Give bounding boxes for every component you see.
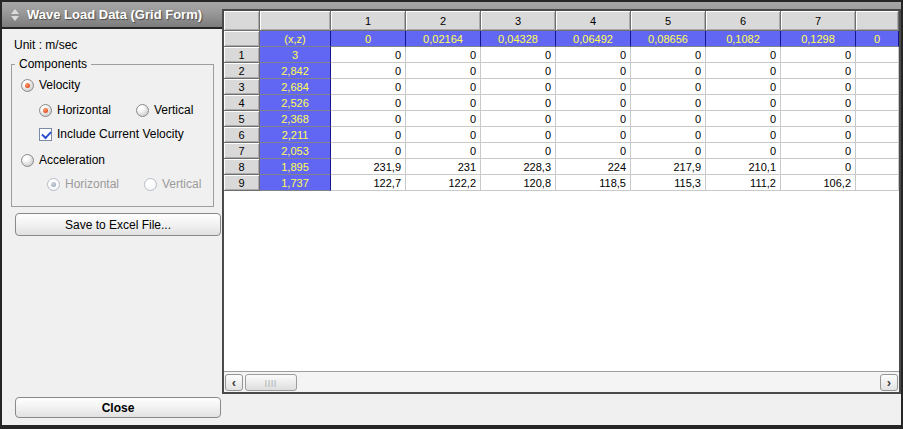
data-cell-partial[interactable] — [856, 143, 899, 159]
data-cell[interactable]: 0 — [331, 79, 406, 95]
data-cell[interactable]: 106,2 — [781, 175, 856, 191]
data-cell[interactable]: 231,9 — [331, 159, 406, 175]
data-cell[interactable]: 0 — [631, 47, 706, 63]
data-cell[interactable]: 0 — [331, 143, 406, 159]
data-cell[interactable]: 0 — [706, 127, 781, 143]
data-cell[interactable]: 0 — [406, 79, 481, 95]
column-header-1[interactable]: 1 — [331, 11, 406, 31]
xz-label-cell[interactable]: (x,z) — [260, 31, 331, 47]
data-cell[interactable]: 0 — [481, 143, 556, 159]
data-cell[interactable]: 0 — [481, 127, 556, 143]
data-cell[interactable]: 0 — [331, 111, 406, 127]
row-header-5[interactable]: 5 — [224, 111, 260, 127]
data-cell[interactable]: 0 — [706, 63, 781, 79]
row-header-9[interactable]: 9 — [224, 175, 260, 191]
velocity-vertical-radio[interactable] — [136, 104, 149, 117]
data-cell-partial[interactable] — [856, 95, 899, 111]
data-cell[interactable]: 0 — [631, 63, 706, 79]
z-value-cell[interactable]: 1,895 — [260, 159, 331, 175]
x-value-cell[interactable]: 0 — [331, 31, 406, 47]
data-cell[interactable]: 0 — [706, 95, 781, 111]
x-value-cell[interactable]: 0,04328 — [481, 31, 556, 47]
data-cell[interactable]: 0 — [556, 143, 631, 159]
data-cell[interactable]: 224 — [556, 159, 631, 175]
data-cell[interactable]: 118,5 — [556, 175, 631, 191]
data-cell[interactable]: 0 — [706, 47, 781, 63]
close-button[interactable]: Close — [15, 397, 221, 418]
data-cell[interactable]: 0 — [781, 95, 856, 111]
row-header-1[interactable]: 1 — [224, 47, 260, 63]
data-cell[interactable]: 0 — [556, 47, 631, 63]
data-cell[interactable]: 0 — [781, 79, 856, 95]
row-header-2[interactable]: 2 — [224, 63, 260, 79]
horizontal-scrollbar[interactable]: ‹ |||| › — [224, 371, 899, 392]
column-header-3[interactable]: 3 — [481, 11, 556, 31]
column-header-5[interactable]: 5 — [631, 11, 706, 31]
data-cell[interactable]: 0 — [331, 47, 406, 63]
data-cell[interactable]: 231 — [406, 159, 481, 175]
column-header-2[interactable]: 2 — [406, 11, 481, 31]
data-cell[interactable]: 0 — [706, 143, 781, 159]
data-cell[interactable]: 0 — [781, 47, 856, 63]
x-value-cell[interactable]: 0,08656 — [631, 31, 706, 47]
data-cell[interactable]: 0 — [781, 111, 856, 127]
z-value-cell[interactable]: 2,684 — [260, 79, 331, 95]
save-to-excel-button[interactable]: Save to Excel File... — [15, 213, 221, 236]
data-cell[interactable]: 0 — [481, 47, 556, 63]
data-cell[interactable]: 0 — [406, 111, 481, 127]
velocity-radio[interactable] — [21, 79, 34, 92]
column-header-6[interactable]: 6 — [706, 11, 781, 31]
data-cell[interactable]: 122,2 — [406, 175, 481, 191]
data-cell[interactable]: 0 — [481, 111, 556, 127]
x-value-cell[interactable]: 0,1082 — [706, 31, 781, 47]
data-cell-partial[interactable] — [856, 111, 899, 127]
x-value-cell[interactable]: 0,06492 — [556, 31, 631, 47]
data-cell[interactable]: 0 — [406, 127, 481, 143]
include-current-checkbox[interactable] — [39, 128, 52, 141]
row-header-7[interactable]: 7 — [224, 143, 260, 159]
data-cell[interactable]: 0 — [481, 95, 556, 111]
data-cell[interactable]: 0 — [631, 143, 706, 159]
data-cell[interactable]: 0 — [631, 127, 706, 143]
data-cell[interactable]: 115,3 — [631, 175, 706, 191]
row-header-8[interactable]: 8 — [224, 159, 260, 175]
data-cell[interactable]: 0 — [781, 127, 856, 143]
column-header-7[interactable]: 7 — [781, 11, 856, 31]
row-header-6[interactable]: 6 — [224, 127, 260, 143]
data-cell[interactable]: 0 — [781, 159, 856, 175]
data-cell-partial[interactable] — [856, 79, 899, 95]
data-cell[interactable]: 0 — [406, 143, 481, 159]
data-cell[interactable]: 111,2 — [706, 175, 781, 191]
data-cell[interactable]: 0 — [331, 127, 406, 143]
data-cell[interactable]: 122,7 — [331, 175, 406, 191]
data-cell[interactable]: 0 — [556, 63, 631, 79]
x-value-cell[interactable]: 0,02164 — [406, 31, 481, 47]
scroll-right-icon[interactable]: › — [880, 374, 898, 391]
data-cell[interactable]: 120,8 — [481, 175, 556, 191]
data-cell[interactable]: 0 — [556, 79, 631, 95]
data-cell[interactable]: 0 — [556, 111, 631, 127]
data-cell[interactable]: 0 — [706, 111, 781, 127]
z-value-cell[interactable]: 2,368 — [260, 111, 331, 127]
x-value-cell-partial[interactable]: 0 — [856, 31, 899, 47]
data-cell[interactable]: 210,1 — [706, 159, 781, 175]
x-value-cell[interactable]: 0,1298 — [781, 31, 856, 47]
z-value-cell[interactable]: 2,526 — [260, 95, 331, 111]
data-cell[interactable]: 228,3 — [481, 159, 556, 175]
data-cell[interactable]: 0 — [406, 95, 481, 111]
data-cell[interactable]: 0 — [631, 95, 706, 111]
row-header-3[interactable]: 3 — [224, 79, 260, 95]
scroll-left-icon[interactable]: ‹ — [225, 374, 243, 391]
scrollbar-thumb[interactable]: |||| — [245, 374, 297, 391]
data-cell-partial[interactable] — [856, 47, 899, 63]
data-cell-partial[interactable] — [856, 63, 899, 79]
data-cell[interactable]: 0 — [706, 79, 781, 95]
data-cell[interactable]: 217,9 — [631, 159, 706, 175]
data-cell-partial[interactable] — [856, 159, 899, 175]
z-value-cell[interactable]: 2,842 — [260, 63, 331, 79]
data-cell[interactable]: 0 — [406, 47, 481, 63]
column-header-4[interactable]: 4 — [556, 11, 631, 31]
data-cell[interactable]: 0 — [481, 79, 556, 95]
data-cell[interactable]: 0 — [781, 143, 856, 159]
row-header-4[interactable]: 4 — [224, 95, 260, 111]
